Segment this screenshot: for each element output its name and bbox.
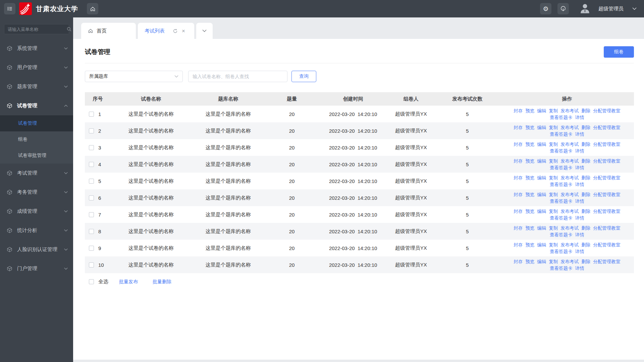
action-assign-classroom[interactable]: 分配管理教室	[593, 242, 620, 247]
sidebar-item-0[interactable]: 系统管理	[0, 39, 73, 58]
paper-search-input[interactable]	[188, 71, 287, 82]
action-publish-exam[interactable]: 发布考试	[560, 242, 579, 247]
close-icon[interactable]: ×	[182, 28, 185, 34]
action-publish-exam[interactable]: 发布考试	[560, 209, 579, 214]
collapse-menu-button[interactable]	[4, 3, 15, 14]
action-publish-exam[interactable]: 发布考试	[560, 226, 579, 231]
action-preview[interactable]: 预览	[525, 259, 534, 264]
refresh-icon[interactable]	[173, 28, 178, 34]
sidebar-item-3[interactable]: 试卷管理	[0, 96, 73, 115]
sidebar-item-8[interactable]: 人脸识别认证管理	[0, 240, 73, 259]
current-user-name[interactable]: 超级管理员	[598, 6, 624, 12]
select-all-checkbox[interactable]	[89, 279, 94, 284]
row-checkbox[interactable]	[89, 262, 94, 267]
action-delete[interactable]: 删除	[581, 159, 590, 164]
action-archive[interactable]: 封存	[514, 175, 523, 180]
action-delete[interactable]: 删除	[581, 175, 590, 180]
row-checkbox[interactable]	[89, 195, 94, 200]
action-archive[interactable]: 封存	[514, 159, 523, 164]
action-archive[interactable]: 封存	[514, 142, 523, 147]
home-button[interactable]	[87, 3, 98, 14]
sidebar-item-6[interactable]: 成绩管理	[0, 202, 73, 221]
sidebar-item-9[interactable]: 门户管理	[0, 259, 73, 278]
question-library-select[interactable]: 所属题库	[85, 71, 183, 82]
sidebar-item-7[interactable]: 统计分析	[0, 221, 73, 240]
action-details[interactable]: 详情	[575, 132, 584, 137]
action-edit[interactable]: 编辑	[537, 192, 546, 197]
action-preview[interactable]: 预览	[525, 159, 534, 164]
action-preview[interactable]: 预览	[525, 125, 534, 130]
action-view-answer-sheet[interactable]: 查看答题卡	[550, 182, 573, 187]
sidebar-item-2[interactable]: 题库管理	[0, 77, 73, 96]
action-view-answer-sheet[interactable]: 查看答题卡	[550, 199, 573, 204]
action-details[interactable]: 详情	[575, 182, 584, 187]
tab-more-dropdown[interactable]	[196, 23, 213, 39]
user-menu-chevron-icon[interactable]	[632, 7, 637, 10]
user-avatar[interactable]	[579, 3, 591, 15]
action-details[interactable]: 详情	[575, 115, 584, 120]
row-checkbox[interactable]	[89, 229, 94, 234]
action-view-answer-sheet[interactable]: 查看答题卡	[550, 249, 573, 254]
action-preview[interactable]: 预览	[525, 226, 534, 231]
action-preview[interactable]: 预览	[525, 209, 534, 214]
action-delete[interactable]: 删除	[581, 125, 590, 130]
menu-search-input[interactable]	[8, 27, 67, 32]
action-edit[interactable]: 编辑	[537, 159, 546, 164]
action-assign-classroom[interactable]: 分配管理教室	[593, 159, 620, 164]
row-checkbox[interactable]	[89, 246, 94, 251]
tab-exam-list[interactable]: 考试列表 ×	[138, 23, 194, 39]
action-edit[interactable]: 编辑	[537, 242, 546, 247]
action-archive[interactable]: 封存	[514, 108, 523, 113]
action-details[interactable]: 详情	[575, 266, 584, 271]
action-publish-exam[interactable]: 发布考试	[560, 108, 579, 113]
action-archive[interactable]: 封存	[514, 226, 523, 231]
action-delete[interactable]: 删除	[581, 242, 590, 247]
action-assign-classroom[interactable]: 分配管理教室	[593, 259, 620, 264]
action-delete[interactable]: 删除	[581, 259, 590, 264]
menu-search-box[interactable]	[4, 24, 69, 34]
action-delete[interactable]: 删除	[581, 142, 590, 147]
action-assign-classroom[interactable]: 分配管理教室	[593, 175, 620, 180]
action-preview[interactable]: 预览	[525, 192, 534, 197]
action-copy[interactable]: 复制	[549, 242, 558, 247]
action-edit[interactable]: 编辑	[537, 175, 546, 180]
action-copy[interactable]: 复制	[549, 142, 558, 147]
action-edit[interactable]: 编辑	[537, 142, 546, 147]
action-publish-exam[interactable]: 发布考试	[560, 125, 579, 130]
action-copy[interactable]: 复制	[549, 192, 558, 197]
row-checkbox[interactable]	[89, 145, 94, 150]
action-details[interactable]: 详情	[575, 232, 584, 237]
action-view-answer-sheet[interactable]: 查看答题卡	[550, 132, 573, 137]
action-preview[interactable]: 预览	[525, 242, 534, 247]
action-details[interactable]: 详情	[575, 216, 584, 221]
action-copy[interactable]: 复制	[549, 175, 558, 180]
action-assign-classroom[interactable]: 分配管理教室	[593, 209, 620, 214]
action-archive[interactable]: 封存	[514, 259, 523, 264]
action-view-answer-sheet[interactable]: 查看答题卡	[550, 232, 573, 237]
action-copy[interactable]: 复制	[549, 159, 558, 164]
action-archive[interactable]: 封存	[514, 192, 523, 197]
sidebar-subitem-3-1[interactable]: 组卷	[0, 131, 73, 147]
action-preview[interactable]: 预览	[525, 108, 534, 113]
action-archive[interactable]: 封存	[514, 209, 523, 214]
action-details[interactable]: 详情	[575, 148, 584, 154]
row-checkbox[interactable]	[89, 112, 94, 117]
action-edit[interactable]: 编辑	[537, 125, 546, 130]
action-edit[interactable]: 编辑	[537, 226, 546, 231]
action-edit[interactable]: 编辑	[537, 108, 546, 113]
action-view-answer-sheet[interactable]: 查看答题卡	[550, 165, 573, 170]
action-archive[interactable]: 封存	[514, 125, 523, 130]
action-copy[interactable]: 复制	[549, 108, 558, 113]
query-button[interactable]: 查询	[291, 71, 316, 82]
action-assign-classroom[interactable]: 分配管理教室	[593, 226, 620, 231]
action-publish-exam[interactable]: 发布考试	[560, 192, 579, 197]
row-checkbox[interactable]	[89, 128, 94, 133]
action-publish-exam[interactable]: 发布考试	[560, 142, 579, 147]
action-preview[interactable]: 预览	[525, 175, 534, 180]
action-archive[interactable]: 封存	[514, 242, 523, 247]
action-publish-exam[interactable]: 发布考试	[560, 259, 579, 264]
sidebar-subitem-3-0[interactable]: 试卷管理	[0, 115, 73, 131]
sidebar-item-5[interactable]: 考务管理	[0, 183, 73, 202]
compose-paper-button[interactable]: 组卷	[604, 46, 634, 58]
tab-home[interactable]: 首页	[81, 23, 136, 39]
